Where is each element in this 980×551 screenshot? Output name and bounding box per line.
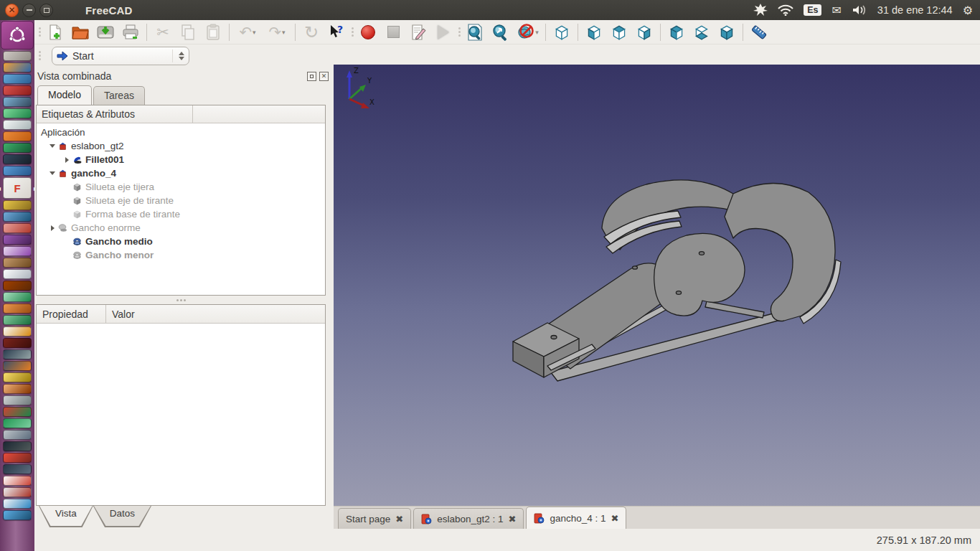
- dock-float-button[interactable]: [307, 72, 316, 81]
- view-rear-button[interactable]: [665, 22, 688, 43]
- tree-root-application[interactable]: Aplicación: [41, 126, 325, 139]
- doc-tab-start-page[interactable]: Start page ✖: [338, 508, 411, 529]
- view-left-button[interactable]: [715, 22, 738, 43]
- expander-closed-icon[interactable]: [48, 225, 57, 231]
- launcher-app-icon[interactable]: [3, 338, 32, 348]
- dash-home-button[interactable]: [1, 21, 34, 50]
- dock-titlebar[interactable]: Vista combinada ✕: [36, 68, 331, 84]
- indicator-star-icon[interactable]: [753, 4, 768, 17]
- panel-splitter[interactable]: [36, 296, 326, 304]
- launcher-app-icon[interactable]: [3, 246, 32, 256]
- macro-edit-button[interactable]: [407, 22, 430, 43]
- macro-stop-button[interactable]: [382, 22, 405, 43]
- toolbar-handle[interactable]: [37, 48, 42, 64]
- doc-tab-gancho-4[interactable]: gancho_4 : 1 ✖: [526, 507, 626, 529]
- launcher-app-icon[interactable]: [3, 349, 32, 359]
- undo-dropdown-caret[interactable]: ▾: [253, 29, 256, 36]
- launcher-app-icon[interactable]: [3, 430, 32, 440]
- tree-item-fillet001[interactable]: Fillet001: [41, 153, 325, 166]
- launcher-app-icon[interactable]: [3, 407, 32, 417]
- launcher-app-icon[interactable]: [3, 372, 32, 382]
- mail-icon[interactable]: ✉: [831, 4, 841, 17]
- wifi-icon[interactable]: [778, 4, 793, 16]
- draw-style-caret[interactable]: ▾: [535, 29, 539, 36]
- launcher-app-icon[interactable]: [3, 441, 32, 451]
- cad-model-gancho[interactable]: [334, 65, 980, 506]
- tree-item-gancho-menor[interactable]: Gancho menor: [41, 248, 325, 262]
- expander-open-icon[interactable]: [48, 144, 57, 148]
- toolbar-handle[interactable]: [37, 24, 42, 40]
- dock-close-button[interactable]: ✕: [319, 72, 329, 81]
- launcher-app-icon[interactable]: [3, 108, 32, 118]
- close-tab-icon[interactable]: ✖: [611, 513, 619, 524]
- launcher-app-icon[interactable]: [3, 131, 32, 141]
- view-right-button[interactable]: [633, 22, 656, 43]
- toolbar-handle[interactable]: [457, 24, 461, 40]
- doc-tab-eslabon-gt2[interactable]: eslabon_gt2 : 1 ✖: [413, 508, 524, 529]
- tab-tareas[interactable]: Tareas: [93, 86, 145, 105]
- draw-style-button[interactable]: ▾: [514, 22, 541, 43]
- launcher-app-icon[interactable]: [3, 499, 32, 509]
- launcher-app-icon[interactable]: [3, 453, 32, 463]
- launcher-app-icon[interactable]: [3, 476, 32, 486]
- launcher-app-icon[interactable]: [3, 510, 32, 520]
- property-column-header[interactable]: Propiedad: [37, 305, 106, 323]
- cut-button[interactable]: ✂: [151, 22, 174, 43]
- launcher-app-icon[interactable]: [3, 200, 32, 210]
- workbench-spin-arrows[interactable]: [172, 50, 184, 62]
- session-gear-icon[interactable]: ⚙: [963, 4, 973, 17]
- tab-modelo[interactable]: Modelo: [37, 85, 92, 105]
- close-tab-icon[interactable]: ✖: [395, 514, 403, 524]
- save-document-button[interactable]: [94, 22, 117, 43]
- launcher-app-icon[interactable]: [3, 154, 32, 164]
- value-column-header[interactable]: Valor: [106, 305, 325, 323]
- launcher-app-icon[interactable]: [3, 303, 32, 314]
- launcher-app-icon[interactable]: [3, 315, 32, 325]
- launcher-app-icon[interactable]: [3, 223, 32, 233]
- launcher-app-icon[interactable]: [3, 212, 32, 222]
- undo-button[interactable]: ↶▾: [234, 22, 261, 43]
- view-front-button[interactable]: [583, 22, 606, 43]
- macro-play-button[interactable]: [432, 22, 455, 43]
- tree-item-gancho-medio[interactable]: Gancho medio: [41, 235, 325, 248]
- window-maximize-button[interactable]: [39, 4, 53, 17]
- window-close-button[interactable]: ✕: [5, 4, 19, 17]
- expander-closed-icon[interactable]: [62, 157, 71, 163]
- launcher-app-icon[interactable]: [3, 384, 32, 394]
- workbench-selector[interactable]: Start: [52, 47, 189, 65]
- open-document-button[interactable]: [69, 22, 92, 43]
- launcher-app-icon[interactable]: [3, 97, 32, 107]
- view-bottom-button[interactable]: [690, 22, 713, 43]
- launcher-app-icon[interactable]: [3, 166, 32, 176]
- redo-button[interactable]: ↷▾: [263, 22, 291, 43]
- launcher-app-icon[interactable]: [3, 62, 32, 72]
- whats-this-button[interactable]: ?: [325, 22, 348, 43]
- launcher-app-icon[interactable]: [3, 120, 32, 130]
- launcher-app-icon[interactable]: [3, 395, 32, 405]
- redo-dropdown-caret[interactable]: ▾: [282, 29, 286, 36]
- launcher-app-icon[interactable]: [3, 235, 32, 245]
- tree-column-header[interactable]: Etiquetas & Atributos: [37, 105, 193, 123]
- tree-item-eslabon_gt2[interactable]: eslabon_gt2: [41, 139, 325, 153]
- zoom-selection-button[interactable]: [489, 22, 512, 43]
- keyboard-layout-indicator[interactable]: Es: [804, 4, 821, 16]
- launcher-app-icon[interactable]: [3, 269, 32, 279]
- zoom-fit-all-button[interactable]: [463, 22, 486, 43]
- launcher-app-icon[interactable]: [3, 143, 32, 153]
- launcher-app-icon[interactable]: [3, 361, 32, 371]
- toolbar-handle[interactable]: [350, 24, 354, 40]
- macro-record-button[interactable]: [357, 22, 380, 43]
- tree-item-gancho_4[interactable]: gancho_4: [41, 166, 325, 180]
- launcher-app-icon[interactable]: [3, 281, 32, 291]
- launcher-app-icon[interactable]: [3, 51, 32, 61]
- launcher-app-icon[interactable]: [3, 85, 32, 95]
- launcher-app-icon[interactable]: [3, 464, 32, 474]
- copy-button[interactable]: [176, 22, 199, 43]
- tree-item-silueta-eje-tijera[interactable]: Silueta eje tijera: [41, 180, 325, 194]
- launcher-app-icon[interactable]: [3, 418, 32, 428]
- paste-button[interactable]: [202, 22, 225, 43]
- launcher-app-icon[interactable]: [3, 74, 32, 84]
- tab-datos[interactable]: Datos: [93, 506, 151, 527]
- expander-open-icon[interactable]: [48, 171, 57, 175]
- tab-vista[interactable]: Vista: [39, 506, 93, 527]
